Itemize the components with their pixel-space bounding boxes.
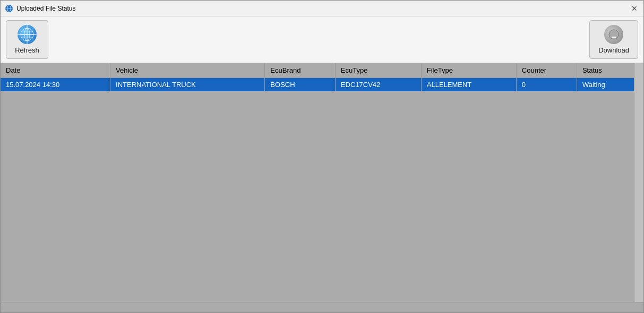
- col-filetype: FileType: [421, 63, 516, 78]
- cell-vehicle: INTERNATIONAL TRUCK: [110, 78, 265, 92]
- table-body: 15.07.2024 14:30 INTERNATIONAL TRUCK BOS…: [1, 78, 634, 92]
- col-date: Date: [1, 63, 110, 78]
- cell-date: 15.07.2024 14:30: [1, 78, 110, 92]
- col-ecubrand: EcuBrand: [265, 63, 335, 78]
- title-bar: Uploaded File Status ✕: [1, 1, 643, 16]
- title-bar-left: Uploaded File Status: [5, 4, 75, 13]
- refresh-button[interactable]: Refresh: [6, 20, 48, 59]
- status-bar: [1, 302, 643, 312]
- cell-ecutype: EDC17CV42: [335, 78, 421, 92]
- toolbar: Refresh Download: [1, 16, 643, 63]
- window-title: Uploaded File Status: [16, 5, 75, 12]
- download-label: Download: [598, 46, 629, 54]
- svg-point-5: [21, 28, 33, 41]
- col-counter: Counter: [516, 63, 577, 78]
- download-button[interactable]: Download: [589, 20, 638, 59]
- cell-status: Waiting: [577, 78, 634, 92]
- window-icon: [5, 4, 13, 13]
- cell-filetype: ALLELEMENT: [421, 78, 516, 92]
- refresh-label: Refresh: [15, 46, 39, 54]
- col-vehicle: Vehicle: [110, 63, 265, 78]
- header-row: Date Vehicle EcuBrand EcuType FileType C…: [1, 63, 634, 78]
- close-button[interactable]: ✕: [630, 4, 639, 13]
- table-row[interactable]: 15.07.2024 14:30 INTERNATIONAL TRUCK BOS…: [1, 78, 634, 92]
- data-table: Date Vehicle EcuBrand EcuType FileType C…: [1, 63, 634, 91]
- main-window: Uploaded File Status ✕ Refresh: [0, 0, 644, 313]
- svg-point-6: [24, 28, 30, 41]
- globe-svg: [20, 27, 35, 42]
- svg-point-10: [609, 30, 619, 39]
- cell-counter: 0: [516, 78, 577, 92]
- col-status: Status: [577, 63, 634, 78]
- cell-ecubrand: BOSCH: [265, 78, 335, 92]
- download-svg: [608, 29, 620, 40]
- refresh-globe-icon: [18, 25, 37, 44]
- scrollbar[interactable]: [634, 63, 643, 302]
- download-icon: [604, 25, 623, 44]
- col-ecutype: EcuType: [335, 63, 421, 78]
- table-header: Date Vehicle EcuBrand EcuType FileType C…: [1, 63, 634, 78]
- table-wrapper: Date Vehicle EcuBrand EcuType FileType C…: [1, 63, 643, 302]
- table-scroll: Date Vehicle EcuBrand EcuType FileType C…: [1, 63, 634, 302]
